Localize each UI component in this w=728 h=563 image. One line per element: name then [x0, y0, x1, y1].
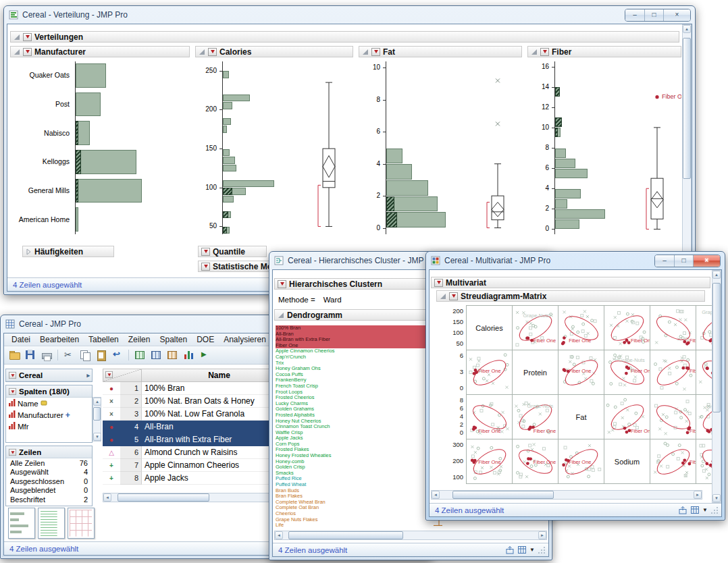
add-rows-button[interactable]	[149, 348, 163, 363]
outline-multivariat[interactable]: Multivariat	[431, 277, 710, 288]
open-file-button[interactable]	[7, 348, 22, 363]
scroll-thumb[interactable]	[118, 493, 209, 502]
disclosure-open-icon[interactable]	[362, 49, 369, 55]
matrix-scatter-cell[interactable]: Fiber One	[650, 394, 696, 439]
row-stat-ausgeschlossen[interactable]: Ausgeschlossen0	[6, 477, 92, 486]
outline-streudiagramm-matrix[interactable]: Streudiagramm-Matrix	[436, 290, 705, 302]
matrix-scatter-cell[interactable]: Fiber OneGrape-Nuts	[512, 305, 558, 350]
scroll-track[interactable]	[283, 531, 538, 539]
histogram-bar[interactable]	[223, 165, 236, 172]
dendrogram-leaf[interactable]: Golden Grahams	[276, 406, 434, 412]
undo-button[interactable]	[110, 348, 125, 363]
close-button[interactable]: ×	[663, 9, 690, 21]
dendrogram-leaf[interactable]: Golden Crisp	[276, 464, 434, 471]
histogram-bar[interactable]	[223, 102, 232, 109]
matrix-scatter-cell[interactable]: Fiber One	[696, 439, 712, 484]
manufacturer-bar[interactable]	[76, 63, 106, 88]
menu-zeilen[interactable]: Zeilen	[124, 334, 155, 345]
histogram-bar[interactable]	[555, 189, 581, 198]
histogram-bar-selected-portion[interactable]	[223, 188, 232, 195]
column-item-manufacturer[interactable]: Manufacturer+	[6, 409, 92, 421]
multivariate-report-thumbnail[interactable]	[68, 508, 95, 539]
rows-panel-header[interactable]: Zeilen	[6, 446, 92, 458]
row-stat-ausgeblendet[interactable]: Ausgeblendet0	[6, 486, 92, 495]
menu-spalten[interactable]: Spalten	[155, 334, 192, 345]
histogram-bar[interactable]	[223, 196, 234, 203]
maximize-button[interactable]: □	[644, 9, 663, 21]
manufacturer-bar[interactable]	[76, 207, 78, 232]
histogram-bar[interactable]	[223, 95, 250, 102]
scroll-track[interactable]	[712, 279, 721, 494]
manufacturer-bar-selected-portion[interactable]	[76, 179, 78, 203]
matrix-scatter-cell[interactable]: Fiber One	[466, 350, 513, 395]
matrix-scatter-cell[interactable]: Fiber One	[558, 305, 604, 350]
dendrogram-leaf[interactable]: Bran Buds	[276, 488, 434, 494]
matrix-diagonal-cell[interactable]: Sodium	[604, 439, 650, 484]
outline-manufacturer[interactable]: Manufacturer	[10, 46, 190, 57]
run-script-button[interactable]	[197, 348, 212, 363]
histogram-bar[interactable]	[386, 180, 428, 196]
dendrogram-leaf[interactable]: Honey Nut Cheerios	[276, 419, 434, 425]
menu-analysieren[interactable]: Analysieren	[219, 334, 271, 345]
histogram-bar[interactable]	[223, 157, 235, 164]
scroll-track[interactable]	[440, 491, 694, 499]
scroll-thumb[interactable]	[452, 491, 554, 499]
histogram-bar-selected-portion[interactable]	[223, 227, 227, 234]
scroll-left-button[interactable]: ◄	[103, 493, 111, 502]
dendrogram-leaf[interactable]: Complete Wheat Bran	[276, 500, 434, 506]
matrix-scatter-cell[interactable]: Fiber OneGrape-Nuts	[696, 394, 712, 439]
manufacturer-bar-selected-portion[interactable]	[76, 121, 78, 145]
columns-panel-header[interactable]: Spalten (18/0)	[6, 385, 92, 398]
histogram-bar-selected-portion[interactable]	[386, 212, 397, 227]
dendrogram-leaf[interactable]: All-Bran with Extra Fiber	[276, 337, 434, 343]
dendrogram-leaf[interactable]: Honey Frosted Wheaties	[276, 453, 434, 459]
disclosure-open-icon[interactable]	[531, 49, 538, 55]
copy-button[interactable]	[78, 348, 93, 363]
scroll-left-button[interactable]: ◄	[275, 531, 283, 539]
dendrogram-leaf[interactable]: All-Bran	[276, 331, 434, 338]
matrix-scatter-cell[interactable]: Fiber OneGrape-Nuts	[604, 350, 650, 395]
print-button[interactable]	[39, 348, 54, 363]
histogram-bar[interactable]	[223, 126, 227, 133]
resize-grip[interactable]	[538, 546, 546, 554]
scroll-left-button[interactable]: ◄	[432, 491, 440, 499]
dock-report-icon[interactable]	[506, 546, 515, 554]
outline-verteilungen[interactable]: Verteilungen	[10, 31, 679, 43]
red-triangle-menu-icon[interactable]	[23, 48, 32, 56]
scroll-down-button[interactable]: ▼	[93, 433, 101, 441]
histogram-bar[interactable]	[223, 118, 231, 126]
red-triangle-menu-icon[interactable]	[9, 448, 16, 455]
row-state-marker-triangle[interactable]: △	[103, 446, 120, 459]
dendrogram-leaf[interactable]: Cheerios	[276, 511, 434, 517]
scroll-thumb[interactable]	[683, 38, 691, 179]
chevron-right-icon[interactable]: ▸	[86, 372, 90, 379]
disclosure-closed-icon[interactable]	[26, 248, 32, 255]
histogram-bar-selected-portion[interactable]	[555, 128, 558, 137]
row-number[interactable]: 1	[120, 382, 142, 395]
scroll-thumb[interactable]	[93, 407, 101, 421]
statusbar-menu-icon[interactable]: ▼	[702, 507, 708, 513]
cut-button[interactable]	[61, 348, 76, 363]
histogram-bar-selected-portion[interactable]	[555, 117, 562, 127]
menu-datei[interactable]: Datei	[7, 334, 35, 345]
grid-view-icon[interactable]	[518, 546, 526, 554]
row-stat-beschriftet[interactable]: Beschriftet2	[6, 495, 92, 504]
histogram-bar[interactable]	[223, 71, 229, 78]
dendrogram-leaf[interactable]: Lucky Charms	[276, 401, 434, 407]
matrix-scatter-cell[interactable]: Fiber One	[512, 439, 558, 484]
histogram-bar[interactable]	[555, 169, 588, 178]
red-triangle-menu-icon[interactable]	[449, 292, 458, 300]
manufacturer-bar[interactable]	[76, 179, 142, 203]
dendrogram-leaf[interactable]: Honey Graham Ohs	[276, 366, 434, 372]
row-state-marker-x[interactable]: ×	[103, 408, 120, 421]
row-number[interactable]: 7	[120, 459, 142, 472]
disclosure-open-icon[interactable]	[14, 34, 20, 41]
histogram-bar[interactable]	[555, 209, 605, 219]
outline-fiber[interactable]: Fiber	[527, 46, 681, 57]
row-number[interactable]: 2	[120, 395, 142, 408]
histogram-bar[interactable]	[555, 219, 579, 229]
red-triangle-menu-icon[interactable]	[208, 48, 217, 56]
matrix-scatter-cell[interactable]: Fiber One	[558, 439, 604, 484]
histogram-bar-selected-portion[interactable]	[555, 87, 560, 97]
scroll-up-button[interactable]: ▲	[712, 271, 721, 279]
